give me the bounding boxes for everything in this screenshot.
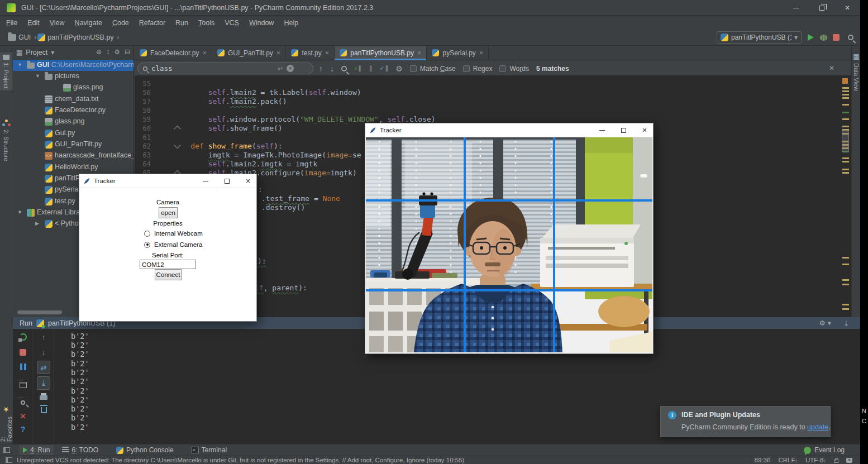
serial-port-input[interactable] bbox=[140, 260, 196, 269]
caret-position[interactable]: 89:36 bbox=[755, 457, 771, 463]
notification-balloon[interactable]: i IDE and Plugin Updates PyCharm Communi… bbox=[660, 406, 831, 437]
toolbar-tab-terminal[interactable]: >_Terminal bbox=[188, 445, 231, 455]
menu-help[interactable]: Help bbox=[279, 17, 303, 28]
menu-navigate[interactable]: Navigate bbox=[70, 17, 107, 28]
toolbar-tab-todo[interactable]: 6: TODO bbox=[58, 445, 102, 455]
run-button[interactable] bbox=[804, 31, 817, 44]
chevron-down-icon[interactable]: ▼ bbox=[17, 209, 22, 215]
gear-icon[interactable]: ⚙ bbox=[819, 319, 826, 327]
restore-layout-button[interactable] bbox=[13, 380, 33, 390]
tab-gui-pantilt[interactable]: GUI_PanTilt.py✕ bbox=[212, 46, 286, 60]
close-button[interactable]: ✕ bbox=[641, 127, 648, 135]
chevron-down-icon[interactable]: ▼ bbox=[17, 62, 22, 68]
menu-vcs[interactable]: VCS bbox=[220, 17, 244, 28]
internal-webcam-radio[interactable]: Internal Webcam bbox=[144, 230, 203, 237]
gear-icon[interactable]: ⚙ bbox=[395, 64, 403, 73]
menu-refactor[interactable]: Refactor bbox=[134, 17, 170, 28]
debug-button[interactable] bbox=[817, 31, 829, 44]
scroll-to-end-button[interactable]: ⤓ bbox=[34, 376, 54, 390]
expand-collapse-icon[interactable]: ↕ bbox=[106, 48, 109, 56]
update-link[interactable]: update bbox=[807, 423, 828, 431]
down-stack-trace-button[interactable]: ↓ bbox=[34, 347, 54, 357]
words-checkbox[interactable]: Words bbox=[499, 65, 528, 73]
menu-edit[interactable]: Edit bbox=[22, 17, 45, 28]
tab-test[interactable]: test.py✕ bbox=[286, 46, 335, 60]
tracker-dialog-titlebar[interactable]: Tracker ✕ bbox=[79, 174, 256, 188]
tab-pantitlpythonusb[interactable]: panTitlPythonUSB.py✕ bbox=[335, 46, 427, 60]
search-input[interactable] bbox=[151, 64, 274, 73]
search-everywhere-button[interactable] bbox=[845, 31, 857, 44]
locate-file-icon[interactable]: ⊕ bbox=[96, 48, 102, 56]
encoding-select[interactable]: UTF-8↕ bbox=[805, 457, 826, 463]
readonly-lock-icon[interactable] bbox=[834, 460, 838, 463]
next-occurrence-button[interactable]: ↓ bbox=[330, 64, 334, 73]
chevron-right-icon[interactable]: ▶ bbox=[35, 221, 39, 226]
chevron-down-icon[interactable]: ▼ bbox=[35, 73, 40, 79]
dock-icon[interactable]: ⤓ bbox=[845, 319, 848, 328]
menu-window[interactable]: Window bbox=[244, 17, 279, 28]
soft-wrap-button[interactable]: ⇄ bbox=[34, 360, 54, 375]
clear-search-icon[interactable]: ✕ bbox=[287, 65, 294, 72]
sidebar-tab-structure[interactable]: 2: Structure bbox=[0, 117, 12, 164]
close-find-bar-icon[interactable]: ✕ bbox=[829, 64, 834, 72]
chevron-down-icon[interactable]: ▾ bbox=[51, 49, 54, 56]
breadcrumb-project[interactable]: GUI bbox=[18, 34, 31, 41]
help-button[interactable]: ? bbox=[13, 424, 33, 434]
breadcrumb-file[interactable]: panTitlPythonUSB.py bbox=[47, 34, 113, 41]
collapse-all-icon[interactable]: ⊟ bbox=[125, 48, 130, 56]
select-all-occurrences-button[interactable]: ✓∥ bbox=[379, 65, 388, 72]
run-configuration-select[interactable]: panTitlPythonUSB (1) ▾ bbox=[717, 31, 802, 44]
menu-code[interactable]: Code bbox=[107, 17, 134, 28]
match-case-checkbox[interactable]: Match Case bbox=[410, 65, 456, 73]
stop-button[interactable] bbox=[13, 347, 33, 357]
tool-windows-toggle-icon[interactable] bbox=[3, 447, 10, 453]
search-field[interactable]: ↵ ✕ bbox=[137, 63, 313, 74]
menu-tools[interactable]: Tools bbox=[193, 17, 220, 28]
toolbar-tab-run[interactable]: 4: Run bbox=[19, 445, 54, 455]
menu-view[interactable]: View bbox=[45, 17, 70, 28]
remove-selection-button[interactable]: ∥ bbox=[369, 65, 373, 72]
stop-button[interactable] bbox=[830, 31, 842, 44]
horizontal-scrollbar[interactable] bbox=[17, 310, 62, 314]
maximize-button[interactable] bbox=[223, 178, 231, 185]
project-panel-title[interactable]: Project bbox=[26, 49, 47, 56]
close-icon[interactable]: ✕ bbox=[325, 50, 330, 56]
close-button[interactable]: ✕ bbox=[842, 3, 852, 13]
open-button[interactable]: open bbox=[159, 207, 178, 218]
connect-button[interactable]: Connect bbox=[155, 269, 182, 280]
error-stripe[interactable] bbox=[841, 76, 850, 317]
event-log-button[interactable]: Event Log bbox=[804, 446, 845, 454]
pin-tab-button[interactable] bbox=[13, 398, 33, 408]
previous-occurrence-button[interactable]: ↑ bbox=[319, 64, 323, 73]
sidebar-tab-favorites[interactable]: 2: Favorites ★ bbox=[0, 403, 12, 444]
regex-checkbox[interactable]: Regex bbox=[463, 65, 493, 73]
highlighting-level-icon[interactable] bbox=[846, 458, 852, 463]
minimize-button[interactable] bbox=[598, 127, 606, 135]
pause-output-button[interactable] bbox=[13, 362, 33, 372]
clear-all-button[interactable] bbox=[34, 405, 54, 415]
menu-file[interactable]: File bbox=[1, 17, 22, 28]
maximize-button[interactable] bbox=[619, 127, 627, 135]
external-camera-radio[interactable]: External Camera bbox=[144, 241, 202, 248]
sidebar-tab-project[interactable]: 1: Project bbox=[0, 52, 12, 90]
restore-button[interactable] bbox=[817, 3, 827, 13]
close-panel-button[interactable]: ✕ bbox=[13, 411, 33, 421]
close-icon[interactable]: ✕ bbox=[479, 50, 484, 56]
tab-pyserial[interactable]: pySerial.py✕ bbox=[427, 46, 489, 60]
find-all-icon[interactable] bbox=[341, 66, 347, 71]
toolbar-tab-python-console[interactable]: Python Console bbox=[112, 445, 178, 455]
menu-run[interactable]: Run bbox=[170, 17, 193, 28]
up-stack-trace-button[interactable]: ↑ bbox=[34, 332, 54, 342]
minimize-button[interactable] bbox=[202, 178, 209, 185]
rerun-button[interactable] bbox=[13, 332, 33, 342]
add-selection-button[interactable]: +∥ bbox=[354, 65, 361, 72]
print-button[interactable] bbox=[34, 393, 54, 403]
minimize-button[interactable] bbox=[791, 3, 801, 13]
close-icon[interactable]: ✕ bbox=[276, 50, 281, 56]
sidebar-tab-data-view[interactable]: ▦ Data View bbox=[852, 50, 860, 93]
tab-facedetector[interactable]: FaceDetector.py✕ bbox=[135, 46, 212, 60]
gear-icon[interactable]: ⚙ bbox=[114, 48, 120, 56]
tracker-video-titlebar[interactable]: Tracker ✕ bbox=[365, 123, 653, 137]
close-icon[interactable]: ✕ bbox=[417, 50, 422, 56]
close-button[interactable]: ✕ bbox=[244, 178, 252, 185]
